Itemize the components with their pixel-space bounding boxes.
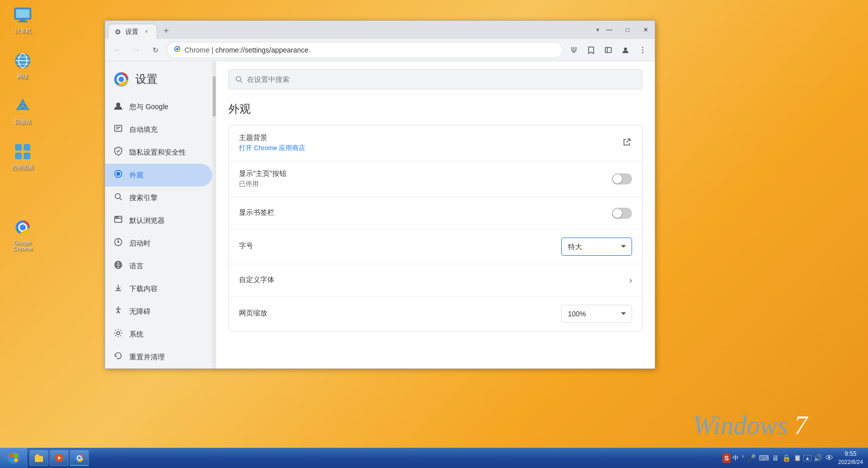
sidebar-scrollbar[interactable] bbox=[212, 61, 216, 368]
new-tab-button[interactable]: + bbox=[159, 24, 173, 38]
svg-rect-15 bbox=[24, 153, 30, 159]
svg-point-46 bbox=[118, 242, 119, 243]
sidebar-item-autofill[interactable]: 自动填充 bbox=[105, 118, 212, 141]
tray-icon-4[interactable]: 🖥 bbox=[771, 454, 780, 462]
tray-icon-5[interactable]: 🔒 bbox=[781, 454, 792, 462]
sidebar-item-search[interactable]: 搜索引擎 bbox=[105, 186, 212, 209]
desktop-icon-google-chrome[interactable]: Google Chrome bbox=[5, 217, 40, 252]
home-button-toggle[interactable] bbox=[612, 173, 632, 184]
custom-font-row[interactable]: 自定义字体 › bbox=[229, 264, 642, 297]
svg-point-27 bbox=[642, 49, 643, 50]
sidebar-item-accessibility-label: 无障碍 bbox=[129, 307, 151, 316]
back-button[interactable]: ← bbox=[109, 42, 125, 58]
page-zoom-row: 网页缩放 75% 90% 100% 110% 125% 150% 175% 20… bbox=[229, 297, 642, 331]
svg-point-70 bbox=[78, 456, 81, 459]
tray-icon-6[interactable]: 📋 bbox=[793, 454, 802, 461]
font-size-title: 字号 bbox=[239, 242, 561, 251]
theme-subtitle: 打开 Chrome 应用商店 bbox=[239, 144, 622, 153]
taskbar-item-explorer[interactable] bbox=[29, 450, 49, 466]
svg-point-28 bbox=[642, 52, 643, 53]
nav-right-icons bbox=[566, 42, 651, 58]
volume-icon[interactable]: 🔊 bbox=[812, 454, 823, 462]
page-zoom-select[interactable]: 75% 90% 100% 110% 125% 150% 175% 200% bbox=[561, 305, 632, 323]
sidebar-item-privacy[interactable]: 隐私设置和安全性 bbox=[105, 141, 212, 164]
bookmarks-bar-control bbox=[612, 208, 632, 219]
settings-body: 设置 您与 Google bbox=[105, 61, 655, 368]
search-icon-main bbox=[235, 75, 243, 83]
sidebar-item-reset-label: 重置并清理 bbox=[129, 353, 165, 362]
maximize-button[interactable]: □ bbox=[618, 21, 637, 39]
taskbar-item-chrome[interactable] bbox=[70, 450, 89, 466]
chrome-window: ⚙ 设置 × + ▾ — □ ✕ ← → ↻ bbox=[105, 20, 655, 369]
taskbar-items bbox=[27, 450, 720, 466]
tray-icon-1[interactable]: ° bbox=[741, 454, 745, 461]
forward-button[interactable]: → bbox=[128, 42, 144, 58]
bookmarks-bar-toggle[interactable] bbox=[612, 208, 632, 219]
profile-icon-btn[interactable] bbox=[617, 42, 634, 58]
tray-icon-3[interactable]: ⌨ bbox=[758, 454, 770, 462]
custom-font-arrow: › bbox=[630, 276, 632, 285]
sidebar-icon-btn[interactable] bbox=[600, 42, 616, 58]
desktop-icon-recycle[interactable]: 回收站 bbox=[5, 96, 40, 126]
search-icon bbox=[113, 192, 123, 204]
sidebar-item-autofill-label: 自动填充 bbox=[129, 125, 158, 134]
appearance-icon bbox=[113, 169, 123, 181]
svg-point-21 bbox=[176, 48, 179, 51]
tab-settings-icon: ⚙ bbox=[115, 28, 121, 36]
browser-icon bbox=[113, 214, 123, 227]
windows7-logo: Windows 7 bbox=[693, 410, 807, 440]
search-bar bbox=[228, 69, 643, 89]
sidebar-item-accessibility[interactable]: 无障碍 bbox=[105, 300, 212, 323]
svg-point-42 bbox=[116, 217, 117, 218]
tab-active[interactable]: ⚙ 设置 × bbox=[108, 24, 157, 39]
page-zoom-control: 75% 90% 100% 110% 125% 150% 175% 200% bbox=[561, 305, 632, 323]
downloads-icon bbox=[113, 283, 123, 295]
font-size-content: 字号 bbox=[239, 242, 561, 252]
page-title: 外观 bbox=[228, 98, 643, 117]
address-bar[interactable]: Chrome | chrome://settings/appearance bbox=[167, 42, 563, 58]
desktop-icon-control-panel[interactable]: 控制面板 bbox=[5, 142, 40, 171]
notification-area-expand[interactable]: ▲ bbox=[803, 455, 811, 461]
svg-point-55 bbox=[118, 307, 119, 308]
bookmark-icon-btn[interactable] bbox=[583, 42, 599, 58]
menu-icon-btn[interactable] bbox=[635, 42, 651, 58]
svg-rect-12 bbox=[15, 144, 22, 151]
ime-zh-icon[interactable]: 中 bbox=[732, 454, 740, 462]
external-link-icon[interactable] bbox=[622, 137, 632, 150]
sidebar-item-google-label: 您与 Google bbox=[129, 103, 168, 112]
sidebar-item-language[interactable]: 语言 bbox=[105, 255, 212, 277]
tab-close-btn[interactable]: × bbox=[142, 28, 151, 36]
title-bar: ⚙ 设置 × + ▾ — □ ✕ bbox=[105, 21, 655, 39]
theme-control[interactable] bbox=[622, 137, 632, 150]
tray-icon-2[interactable]: 🎤 bbox=[746, 454, 757, 462]
autofill-icon bbox=[113, 123, 123, 136]
sidebar-item-default-browser[interactable]: 默认浏览器 bbox=[105, 209, 212, 232]
sidebar-item-default-browser-label: 默认浏览器 bbox=[129, 216, 165, 225]
start-button[interactable] bbox=[0, 448, 27, 468]
share-icon-btn[interactable] bbox=[566, 42, 582, 58]
sidebar-item-downloads[interactable]: 下载内容 bbox=[105, 277, 212, 300]
bookmarks-bar-row: 显示书签栏 bbox=[229, 197, 642, 229]
sidebar-item-system[interactable]: 系统 bbox=[105, 323, 212, 346]
svg-rect-62 bbox=[14, 454, 18, 457]
sidebar-item-google[interactable]: 您与 Google bbox=[105, 96, 212, 118]
search-input[interactable] bbox=[247, 75, 636, 83]
sidebar-item-startup[interactable]: 启动时 bbox=[105, 232, 212, 255]
minimize-button[interactable]: — bbox=[600, 21, 618, 39]
close-button[interactable]: ✕ bbox=[637, 21, 655, 39]
svg-rect-1 bbox=[16, 10, 29, 18]
taskbar-item-media[interactable] bbox=[50, 450, 69, 466]
network-tray-icon[interactable] bbox=[824, 453, 834, 463]
sidebar-item-appearance[interactable]: 外观 bbox=[105, 164, 212, 186]
ime-icon[interactable]: S bbox=[722, 453, 731, 463]
title-bar-dropdown[interactable]: ▾ bbox=[596, 26, 599, 33]
desktop-icon-computer[interactable]: 计算机 bbox=[5, 5, 40, 35]
refresh-button[interactable]: ↻ bbox=[148, 42, 164, 58]
font-size-select[interactable]: 极小 小 中 大 特大 bbox=[561, 238, 632, 256]
theme-title: 主题背景 bbox=[239, 133, 622, 143]
svg-point-32 bbox=[116, 103, 120, 107]
sidebar-item-reset[interactable]: 重置并清理 bbox=[105, 346, 212, 368]
font-size-control: 极小 小 中 大 特大 bbox=[561, 238, 632, 256]
taskbar-clock[interactable]: 9:55 2022/8/24 bbox=[835, 450, 866, 466]
desktop-icon-network[interactable]: 网络 bbox=[5, 51, 40, 80]
